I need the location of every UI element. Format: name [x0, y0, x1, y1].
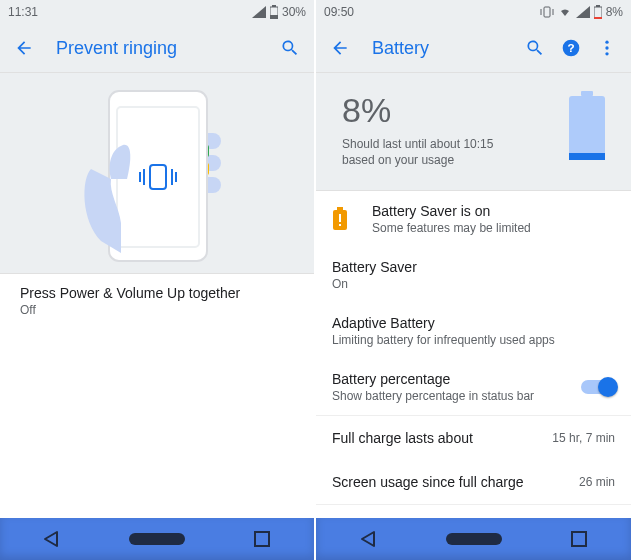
item-sub: On — [332, 277, 615, 293]
battery-saver-alert-item[interactable]: Battery Saver is on Some features may be… — [316, 191, 631, 247]
battery-footnote-item: Battery usage data is approximate and ca… — [316, 505, 631, 518]
item-sub: Limiting battery for infrequently used a… — [332, 333, 615, 349]
screenshot-prevent-ringing: 11:31 30% Prevent ringing — [0, 0, 316, 560]
navigation-bar — [316, 518, 631, 560]
svg-rect-37 — [572, 532, 586, 546]
action-bar: Prevent ringing — [0, 24, 314, 73]
search-button[interactable] — [272, 30, 308, 66]
nav-back-button[interactable] — [341, 521, 397, 557]
wifi-icon — [558, 6, 572, 18]
battery-saver-item[interactable]: Battery Saver On — [316, 247, 631, 303]
svg-rect-27 — [569, 96, 605, 160]
status-time: 09:50 — [324, 5, 354, 19]
svg-rect-29 — [337, 207, 343, 210]
content: Press Power & Volume Up together Off — [0, 73, 314, 518]
screenshot-battery: 09:50 8% Battery ? — [316, 0, 631, 560]
item-title: Screen usage since full charge — [332, 474, 571, 490]
page-title: Battery — [372, 38, 517, 59]
cellular-icon — [576, 6, 590, 18]
item-sub: Some features may be limited — [372, 221, 615, 237]
nav-back-button[interactable] — [24, 521, 80, 557]
battery-percentage-large: 8% — [342, 91, 517, 130]
help-button[interactable]: ? — [553, 30, 589, 66]
svg-rect-14 — [544, 7, 550, 17]
item-title: Battery percentage — [332, 371, 581, 387]
battery-percentage-item[interactable]: Battery percentage Show battery percenta… — [316, 359, 631, 415]
battery-icon — [270, 5, 278, 19]
prevent-ringing-item[interactable]: Press Power & Volume Up together Off — [0, 274, 314, 330]
svg-rect-20 — [594, 17, 602, 19]
svg-rect-31 — [339, 214, 341, 222]
back-button[interactable] — [6, 30, 42, 66]
svg-point-24 — [605, 46, 608, 49]
search-button[interactable] — [517, 30, 553, 66]
navigation-bar — [0, 518, 314, 560]
prevent-ringing-illustration — [0, 73, 314, 274]
status-bar: 09:50 8% — [316, 0, 631, 24]
svg-marker-17 — [576, 6, 590, 18]
svg-rect-11 — [150, 165, 166, 189]
item-title: Press Power & Volume Up together — [20, 285, 298, 301]
svg-rect-3 — [270, 15, 278, 19]
item-title: Full charge lasts about — [332, 430, 544, 446]
status-bar: 11:31 30% — [0, 0, 314, 24]
battery-summary: 8% Should last until about 10:15 based o… — [316, 73, 631, 191]
status-time: 11:31 — [8, 5, 38, 19]
nav-recents-button[interactable] — [234, 521, 290, 557]
svg-rect-26 — [581, 91, 593, 96]
svg-marker-0 — [252, 6, 266, 18]
svg-marker-12 — [45, 532, 57, 546]
cellular-icon — [252, 6, 266, 18]
svg-text:?: ? — [567, 41, 574, 54]
item-title: Battery Saver is on — [372, 203, 615, 219]
battery-alert-icon — [332, 207, 372, 231]
nav-home-button[interactable] — [446, 521, 502, 557]
item-value: 15 hr, 7 min — [552, 431, 615, 445]
item-sub: Off — [20, 303, 298, 319]
nav-recents-button[interactable] — [551, 521, 607, 557]
svg-rect-28 — [569, 153, 605, 160]
status-battery-pct: 30% — [282, 5, 306, 19]
adaptive-battery-item[interactable]: Adaptive Battery Limiting battery for in… — [316, 303, 631, 359]
battery-icon — [594, 5, 602, 19]
svg-marker-36 — [362, 532, 374, 546]
battery-percentage-toggle[interactable] — [581, 380, 615, 394]
svg-point-23 — [605, 41, 608, 44]
action-bar: Battery ? — [316, 24, 631, 73]
vibrate-icon — [540, 6, 554, 18]
svg-rect-32 — [339, 224, 341, 226]
back-button[interactable] — [322, 30, 358, 66]
item-sub: Show battery percentage in status bar — [332, 389, 581, 405]
status-battery-pct: 8% — [606, 5, 623, 19]
item-title: Battery Saver — [332, 259, 615, 275]
svg-point-25 — [605, 52, 608, 55]
item-value: 26 min — [579, 475, 615, 489]
page-title: Prevent ringing — [56, 38, 272, 59]
full-charge-item[interactable]: Full charge lasts about 15 hr, 7 min — [316, 416, 631, 460]
battery-estimate-text: Should last until about 10:15 based on y… — [342, 136, 517, 168]
nav-home-button[interactable] — [129, 521, 185, 557]
content: 8% Should last until about 10:15 based o… — [316, 73, 631, 518]
screen-usage-item[interactable]: Screen usage since full charge 26 min — [316, 460, 631, 504]
svg-rect-13 — [255, 532, 269, 546]
item-title: Adaptive Battery — [332, 315, 615, 331]
battery-level-icon — [567, 91, 607, 166]
overflow-menu-button[interactable] — [589, 30, 625, 66]
